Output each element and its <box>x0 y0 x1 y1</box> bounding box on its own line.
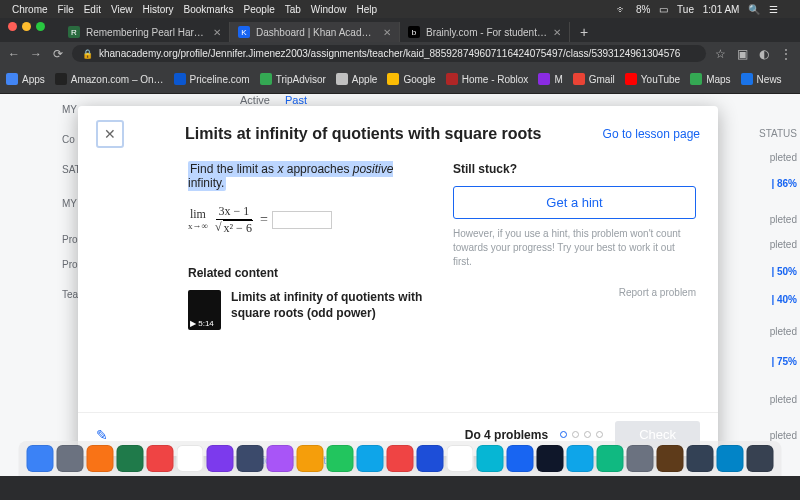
dock-app-icon[interactable] <box>327 445 354 472</box>
dock-app-icon[interactable] <box>27 445 54 472</box>
lock-icon: 🔒 <box>82 49 93 59</box>
dock-app-icon[interactable] <box>387 445 414 472</box>
chrome-menu-icon[interactable]: ⋮ <box>778 46 794 62</box>
dock-app-icon[interactable] <box>687 445 714 472</box>
progress-dots <box>560 431 603 438</box>
bookmark-item[interactable]: News <box>741 73 782 85</box>
close-window-icon[interactable] <box>8 22 17 31</box>
progress-dot <box>560 431 567 438</box>
menubar-app[interactable]: Chrome <box>12 4 48 15</box>
dock-app-icon[interactable] <box>117 445 144 472</box>
dock-app-icon[interactable] <box>147 445 174 472</box>
sidebar-fragment: Pro <box>62 234 78 245</box>
close-tab-icon[interactable]: ✕ <box>383 27 391 38</box>
menubar-item[interactable]: View <box>111 4 133 15</box>
answer-input[interactable] <box>272 211 332 229</box>
new-tab-button[interactable]: + <box>570 24 598 40</box>
bookmark-item[interactable]: YouTube <box>625 73 680 85</box>
bookmark-favicon-icon <box>625 73 637 85</box>
bookmark-item[interactable]: Maps <box>690 73 730 85</box>
bookmark-item[interactable]: Priceline.com <box>174 73 250 85</box>
dock-app-icon[interactable] <box>417 445 444 472</box>
bookmark-star-icon[interactable]: ☆ <box>712 46 728 62</box>
apps-button[interactable]: Apps <box>6 73 45 85</box>
menubar-item[interactable]: Bookmarks <box>184 4 234 15</box>
report-problem-link[interactable]: Report a problem <box>453 287 696 298</box>
progress-dot <box>572 431 579 438</box>
mac-dock[interactable] <box>19 441 782 476</box>
browser-tab[interactable]: RRemembering Pearl Harbor vid✕ <box>60 22 230 42</box>
address-bar[interactable]: 🔒 khanacademy.org/profile/Jennifer.Jimen… <box>72 45 706 62</box>
dock-app-icon[interactable] <box>57 445 84 472</box>
dock-app-icon[interactable] <box>627 445 654 472</box>
tab-label: Brainly.com - For students. By <box>426 27 547 38</box>
get-hint-button[interactable]: Get a hint <box>453 186 696 219</box>
bookmark-item[interactable]: TripAdvisor <box>260 73 326 85</box>
dock-app-icon[interactable] <box>87 445 114 472</box>
bookmark-item[interactable]: Home - Roblox <box>446 73 529 85</box>
wifi-icon: ᯤ <box>617 4 627 15</box>
battery-pct: 8% <box>636 4 650 15</box>
dock-app-icon[interactable] <box>657 445 684 472</box>
minimize-window-icon[interactable] <box>22 22 31 31</box>
bookmark-favicon-icon <box>446 73 458 85</box>
related-video-thumb[interactable]: ▶ 5:14 <box>188 290 221 330</box>
dock-app-icon[interactable] <box>717 445 744 472</box>
tab-active[interactable]: Active <box>240 94 270 106</box>
control-center-icon[interactable]: ☰ <box>769 4 778 15</box>
assignment-row-fragment: | 50% <box>771 266 797 277</box>
dock-app-icon[interactable] <box>507 445 534 472</box>
menubar-item[interactable]: File <box>58 4 74 15</box>
bookmark-favicon-icon <box>260 73 272 85</box>
maximize-window-icon[interactable] <box>36 22 45 31</box>
close-tab-icon[interactable]: ✕ <box>213 27 221 38</box>
dock-app-icon[interactable] <box>237 445 264 472</box>
math-expression: limx→∞ 3x − 1 √x² − 6 = <box>188 204 431 236</box>
dock-app-icon[interactable] <box>747 445 774 472</box>
menubar-item[interactable]: Edit <box>84 4 101 15</box>
problem-prompt: Find the limit as x approaches positive … <box>188 162 431 190</box>
dock-app-icon[interactable] <box>537 445 564 472</box>
browser-tab[interactable]: bBrainly.com - For students. By✕ <box>400 22 570 42</box>
dock-app-icon[interactable] <box>447 445 474 472</box>
sidebar-fragment: MY <box>62 198 77 209</box>
url-text: khanacademy.org/profile/Jennifer.Jimenez… <box>99 48 680 59</box>
dock-app-icon[interactable] <box>267 445 294 472</box>
menubar-item[interactable]: Window <box>311 4 347 15</box>
forward-button[interactable]: → <box>28 46 44 62</box>
browser-tab[interactable]: KDashboard | Khan Academy✕ <box>230 22 400 42</box>
sidebar-fragment: Co <box>62 134 75 145</box>
close-tab-icon[interactable]: ✕ <box>553 27 561 38</box>
dock-app-icon[interactable] <box>567 445 594 472</box>
search-icon[interactable]: 🔍 <box>748 4 760 15</box>
hint-note: However, if you use a hint, this problem… <box>453 227 696 269</box>
dock-app-icon[interactable] <box>177 445 204 472</box>
dock-app-icon[interactable] <box>597 445 624 472</box>
bookmark-favicon-icon <box>690 73 702 85</box>
bookmark-item[interactable]: M <box>538 73 562 85</box>
sidebar-fragment: Pro <box>62 259 78 270</box>
extensions-icon[interactable]: ▣ <box>734 46 750 62</box>
bookmark-item[interactable]: Amazon.com – On… <box>55 73 164 85</box>
profile-avatar[interactable]: ◐ <box>756 46 772 62</box>
tab-label: Dashboard | Khan Academy <box>256 27 377 38</box>
menubar-item[interactable]: Tab <box>285 4 301 15</box>
close-modal-button[interactable]: ✕ <box>96 120 124 148</box>
back-button[interactable]: ← <box>6 46 22 62</box>
menubar-item[interactable]: People <box>244 4 275 15</box>
reload-button[interactable]: ⟳ <box>50 46 66 62</box>
modal-title: Limits at infinity of quotients with squ… <box>124 125 603 143</box>
bookmark-item[interactable]: Google <box>387 73 435 85</box>
bookmark-item[interactable]: Gmail <box>573 73 615 85</box>
menubar-item[interactable]: Help <box>356 4 377 15</box>
go-to-lesson-link[interactable]: Go to lesson page <box>603 127 700 141</box>
bookmark-item[interactable]: Apple <box>336 73 378 85</box>
related-video-title[interactable]: Limits at infinity of quotients with squ… <box>231 290 431 330</box>
dock-app-icon[interactable] <box>477 445 504 472</box>
dock-app-icon[interactable] <box>207 445 234 472</box>
dock-app-icon[interactable] <box>297 445 324 472</box>
sidebar-fragment: MY <box>62 104 77 115</box>
dock-app-icon[interactable] <box>357 445 384 472</box>
menubar-item[interactable]: History <box>142 4 173 15</box>
battery-icon: ▭ <box>659 4 668 15</box>
